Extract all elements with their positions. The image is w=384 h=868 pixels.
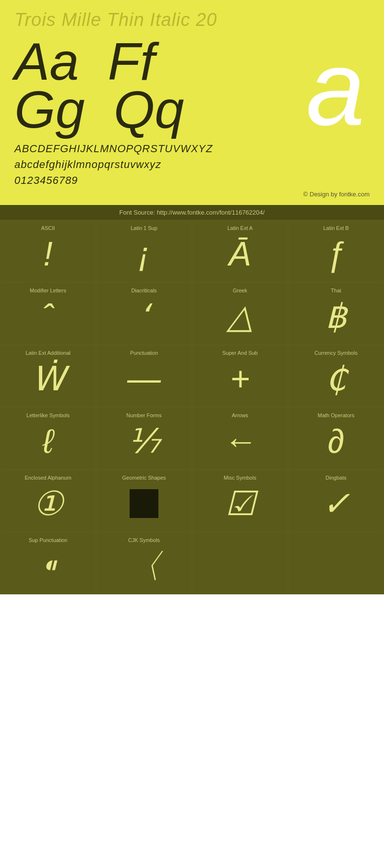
cell-glyph: ∂ bbox=[328, 421, 345, 462]
unicode-cell bbox=[288, 532, 384, 594]
cell-label: Latin Ext A bbox=[228, 225, 253, 231]
cell-glyph: ℓ bbox=[43, 421, 54, 462]
cell-label: Diacriticals bbox=[131, 288, 156, 293]
alphabet-section: ABCDEFGHIJKLMNOPQRSTUVWXYZ abcdefghijklm… bbox=[14, 141, 370, 188]
cell-label: Math Operators bbox=[318, 412, 354, 418]
unicode-cell: Latin 1 Sup¡ bbox=[96, 220, 192, 282]
cell-label: Punctuation bbox=[130, 350, 158, 356]
cell-label: Latin 1 Sup bbox=[131, 225, 157, 231]
cell-glyph: Ā bbox=[229, 233, 252, 275]
unicode-cell: Misc Symbols☑ bbox=[192, 470, 288, 532]
cell-glyph: △ bbox=[227, 296, 253, 337]
unicode-cell: Arrows← bbox=[192, 407, 288, 470]
cell-label: Currency Symbols bbox=[314, 350, 358, 356]
cell-glyph: ⅐ bbox=[128, 421, 160, 462]
cell-glyph: Ẇ bbox=[32, 358, 65, 399]
unicode-grid: ASCII!Latin 1 Sup¡Latin Ext AĀLatin Ext … bbox=[0, 220, 384, 594]
cell-glyph: ⁌ bbox=[40, 545, 57, 587]
top-section: Trois Mille Thin Italic 20 Aa Ff Gg Qq a… bbox=[0, 0, 384, 205]
bottom-section: Font Source: http://www.fontke.com/font/… bbox=[0, 205, 384, 594]
cell-glyph: ˆ bbox=[42, 296, 53, 337]
glyph-hero: a bbox=[306, 41, 365, 136]
alphabet-lower: abcdefghijklmnopqrstuvwxyz bbox=[14, 157, 370, 172]
cell-label: Latin Ext B bbox=[323, 225, 348, 231]
cell-label: Thai bbox=[331, 288, 341, 293]
unicode-cell: Latin Ext AĀ bbox=[192, 220, 288, 282]
font-title: Trois Mille Thin Italic 20 bbox=[14, 10, 370, 30]
unicode-cell: Dingbats✓ bbox=[288, 470, 384, 532]
cell-glyph: ₵ bbox=[325, 358, 347, 399]
glyph-gg: Gg bbox=[14, 83, 85, 136]
unicode-cell: CJK Symbols〈 bbox=[96, 532, 192, 594]
cell-glyph: ✓ bbox=[322, 483, 350, 524]
unicode-cell: Super And Sub+ bbox=[192, 345, 288, 407]
cell-label: Greek bbox=[233, 288, 247, 293]
cell-label: CJK Symbols bbox=[128, 537, 160, 543]
unicode-cell: Geometric Shapes bbox=[96, 470, 192, 532]
unicode-cell: Thai฿ bbox=[288, 282, 384, 345]
unicode-cell: Sup Punctuation⁌ bbox=[0, 532, 96, 594]
cell-label: Latin Ext Additional bbox=[25, 350, 71, 356]
cell-label: Number Forms bbox=[126, 412, 161, 418]
digits: 0123456789 bbox=[14, 172, 370, 188]
cell-glyph: ① bbox=[33, 483, 63, 524]
cell-glyph: ¡ bbox=[138, 233, 149, 275]
cell-label: ASCII bbox=[41, 225, 55, 231]
glyph-showcase: Aa Ff Gg Qq a bbox=[14, 35, 370, 136]
cell-glyph: ฿ bbox=[325, 296, 347, 337]
cell-glyph bbox=[130, 483, 158, 524]
unicode-cell: Latin Ext Bƒ bbox=[288, 220, 384, 282]
unicode-cell: Number Forms⅐ bbox=[96, 407, 192, 470]
unicode-cell: ASCII! bbox=[0, 220, 96, 282]
cell-glyph: ☑ bbox=[225, 483, 255, 524]
unicode-cell: Math Operators∂ bbox=[288, 407, 384, 470]
unicode-cell: Currency Symbols₵ bbox=[288, 345, 384, 407]
unicode-cell: Greek△ bbox=[192, 282, 288, 345]
cell-glyph: ƒ bbox=[327, 233, 346, 275]
cell-label: Geometric Shapes bbox=[122, 475, 166, 481]
cell-label: Dingbats bbox=[325, 475, 346, 481]
cell-label: Arrows bbox=[232, 412, 248, 418]
unicode-cell: Diacriticalsʻ bbox=[96, 282, 192, 345]
credit-line: © Design by fontke.com bbox=[14, 191, 370, 200]
cell-glyph: 〈 bbox=[127, 545, 161, 587]
cell-glyph: ← bbox=[223, 421, 257, 462]
cell-glyph: + bbox=[230, 358, 250, 399]
cell-label: Letterlike Symbols bbox=[26, 412, 70, 418]
glyph-qq: Qq bbox=[114, 83, 184, 136]
unicode-cell: Modifier Lettersˆ bbox=[0, 282, 96, 345]
unicode-cell: Latin Ext AdditionalẆ bbox=[0, 345, 96, 407]
cell-label: Super And Sub bbox=[222, 350, 258, 356]
cell-glyph: ! bbox=[43, 233, 52, 275]
unicode-cell: Letterlike Symbolsℓ bbox=[0, 407, 96, 470]
cell-glyph: — bbox=[127, 358, 161, 399]
source-bar: Font Source: http://www.fontke.com/font/… bbox=[0, 205, 384, 220]
unicode-cell bbox=[192, 532, 288, 594]
unicode-cell: Enclosed Alphanum① bbox=[0, 470, 96, 532]
cell-label: Sup Punctuation bbox=[29, 537, 68, 543]
cell-glyph: ʻ bbox=[139, 296, 149, 337]
cell-label: Enclosed Alphanum bbox=[24, 475, 71, 481]
cell-label: Modifier Letters bbox=[30, 288, 66, 293]
cell-label: Misc Symbols bbox=[224, 475, 256, 481]
unicode-cell: Punctuation— bbox=[96, 345, 192, 407]
